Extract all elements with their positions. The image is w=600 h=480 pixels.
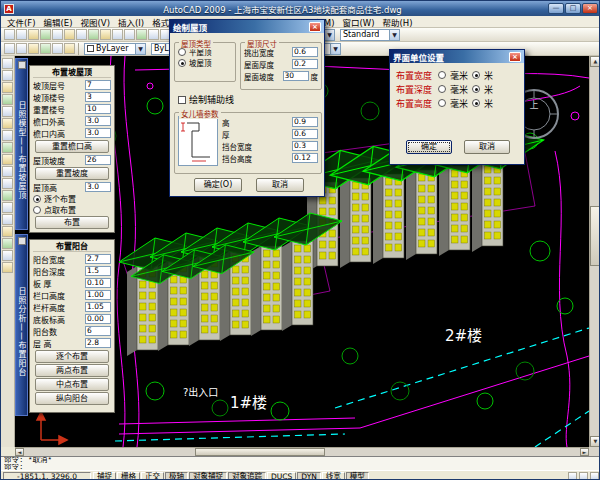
menu-item[interactable]: 插入(I) <box>114 16 148 28</box>
status-toggle[interactable]: 模型 <box>346 472 369 480</box>
status-toggle[interactable]: 极轴 <box>165 472 188 480</box>
field-input[interactable]: 3.0 <box>85 182 111 192</box>
menu-item[interactable]: 帮助(H) <box>379 16 417 28</box>
gradient-icon[interactable] <box>2 226 13 237</box>
toolbar-lock-icon[interactable] <box>64 43 75 54</box>
radio-place-each[interactable] <box>33 195 41 203</box>
dialog-title-bar[interactable]: 界面单位设置 × <box>390 50 524 63</box>
line-icon[interactable] <box>2 58 13 69</box>
close-icon[interactable]: × <box>309 22 321 32</box>
text-style-dropdown[interactable]: Standard ▼ <box>340 29 400 41</box>
close-button[interactable]: × <box>582 3 598 14</box>
color-dropdown[interactable]: ByLayer ▼ <box>84 43 146 55</box>
polyline-icon[interactable] <box>2 82 13 93</box>
field-input[interactable]: 0.6 <box>292 129 318 139</box>
field-input[interactable]: 2.8 <box>85 338 111 348</box>
field-input[interactable]: 1.05 <box>85 302 111 312</box>
region-icon[interactable] <box>2 238 13 249</box>
status-toggle[interactable]: 对象捕捉 <box>189 472 227 480</box>
open-icon[interactable] <box>16 29 27 40</box>
field-input[interactable]: 0.10 <box>85 278 111 288</box>
scroll-up-icon[interactable]: ▲ <box>590 56 600 67</box>
vertical-scrollbar[interactable]: ▲ ▼ <box>589 56 600 447</box>
multiline-text-icon[interactable] <box>2 262 13 273</box>
redo-icon[interactable] <box>136 29 147 40</box>
status-toggle[interactable]: 捕捉 <box>93 472 116 480</box>
menu-item[interactable]: 窗口(W) <box>338 16 378 28</box>
reset-slope-button[interactable]: 重置坡度 <box>35 167 109 180</box>
field-input[interactable]: 0.12 <box>292 153 318 163</box>
scroll-right-icon[interactable]: ► <box>580 448 589 456</box>
minimize-button[interactable]: — <box>548 3 564 14</box>
cancel-button[interactable]: 取消 <box>256 178 304 192</box>
field-input[interactable]: 6 <box>85 326 111 336</box>
rectangle-icon[interactable] <box>2 106 13 117</box>
field-input[interactable]: 0.6 <box>292 47 318 57</box>
radio-m[interactable] <box>472 85 480 93</box>
toolbar-lock-icon[interactable] <box>579 472 588 480</box>
place-mid-point-button[interactable]: 中点布置 <box>35 378 109 391</box>
field-input[interactable]: 26 <box>85 155 111 165</box>
panel-pin-icon[interactable] <box>18 61 26 69</box>
cancel-button[interactable]: 取消 <box>464 140 510 154</box>
layer-properties-icon[interactable] <box>4 43 15 54</box>
maximize-button[interactable]: □ <box>565 3 581 14</box>
chevron-down-icon[interactable]: ▼ <box>324 30 334 40</box>
spline-icon[interactable] <box>2 154 13 165</box>
scroll-down-icon[interactable]: ▼ <box>590 436 600 447</box>
vertical-balcony-button[interactable]: 纵向阳台 <box>35 392 109 405</box>
field-input[interactable]: 3 <box>85 92 111 102</box>
plot-icon[interactable] <box>40 29 51 40</box>
panel-pin-icon[interactable] <box>18 237 26 245</box>
revision-cloud-icon[interactable] <box>2 142 13 153</box>
field-input[interactable]: 0.9 <box>292 117 318 127</box>
chevron-down-icon[interactable]: ▼ <box>330 44 340 54</box>
status-toggle[interactable]: 正交 <box>141 472 164 480</box>
insert-block-icon[interactable] <box>2 178 13 189</box>
field-input[interactable]: 2.7 <box>85 254 111 264</box>
table-icon[interactable] <box>2 250 13 261</box>
status-toggle[interactable]: 线宽 <box>322 472 345 480</box>
pan-icon[interactable] <box>148 29 159 40</box>
field-input[interactable]: 0.2 <box>292 59 318 69</box>
command-line-window[interactable]: 命令: *取消*命令: <box>1 456 600 470</box>
dialog-title-bar[interactable]: 绘制屋顶 × <box>170 20 324 33</box>
circle-icon[interactable] <box>2 130 13 141</box>
horizontal-scrollbar[interactable]: ◄ ► <box>15 447 589 456</box>
aux-line-checkbox[interactable] <box>178 96 186 104</box>
ellipse-icon[interactable] <box>2 166 13 177</box>
field-input[interactable]: 30 <box>283 71 309 81</box>
make-block-icon[interactable] <box>2 190 13 201</box>
radio-mm[interactable] <box>438 71 446 79</box>
match-properties-icon[interactable] <box>112 29 123 40</box>
radio-flat-roof[interactable] <box>178 48 186 56</box>
plot-preview-icon[interactable] <box>52 29 63 40</box>
place-roof-button[interactable]: 布置 <box>35 216 109 229</box>
close-icon[interactable]: × <box>509 52 521 62</box>
cut-icon[interactable] <box>76 29 87 40</box>
radio-m[interactable] <box>472 99 480 107</box>
scrollbar-thumb[interactable] <box>590 206 600 266</box>
radio-sloped-roof[interactable] <box>178 59 186 67</box>
field-input[interactable]: 1.5 <box>85 266 111 276</box>
new-icon[interactable] <box>4 29 15 40</box>
menu-item[interactable]: 视图(V) <box>77 16 114 28</box>
save-icon[interactable] <box>28 29 39 40</box>
radio-place-pick[interactable] <box>33 206 41 214</box>
scroll-left-icon[interactable]: ◄ <box>15 448 24 456</box>
construction-line-icon[interactable] <box>2 70 13 81</box>
make-object-layer-icon[interactable] <box>28 43 39 54</box>
ok-button[interactable]: 确定 <box>406 140 452 154</box>
layer-states-icon[interactable] <box>40 43 51 54</box>
chevron-down-icon[interactable]: ▼ <box>389 30 399 40</box>
field-input[interactable]: 10 <box>85 104 111 114</box>
radio-mm[interactable] <box>438 85 446 93</box>
layer-previous-icon[interactable] <box>16 43 27 54</box>
scrollbar-thumb[interactable] <box>195 448 325 456</box>
docked-panel-balcony-titlebar[interactable]: 日照分析——布置阳台 <box>15 234 28 416</box>
reset-eave-height-button[interactable]: 重置檐口高 <box>35 140 109 153</box>
copy-icon[interactable] <box>88 29 99 40</box>
field-input[interactable]: 7 <box>85 80 111 90</box>
menu-item[interactable]: 编辑(E) <box>40 16 77 28</box>
point-icon[interactable] <box>2 202 13 213</box>
